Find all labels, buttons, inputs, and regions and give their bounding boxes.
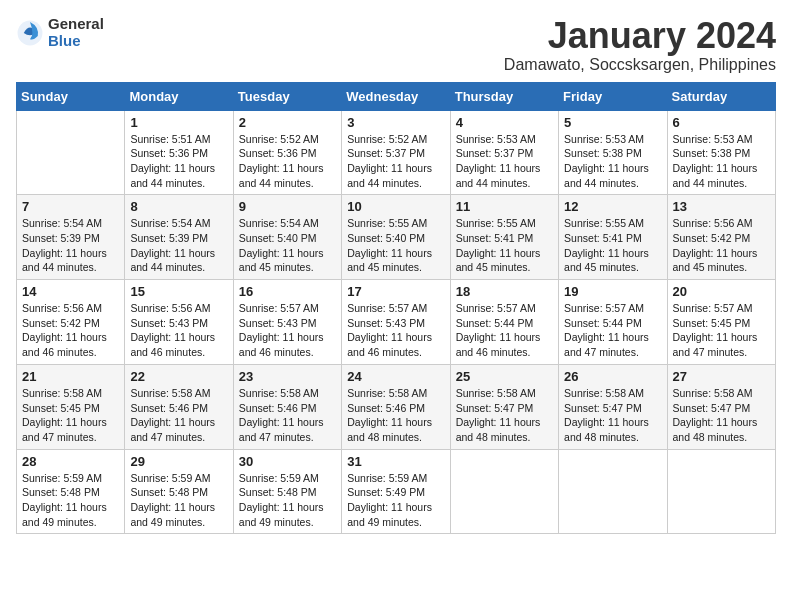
cell-content: Sunrise: 5:58 AM Sunset: 5:46 PM Dayligh…: [347, 386, 444, 445]
calendar-week-row: 1Sunrise: 5:51 AM Sunset: 5:36 PM Daylig…: [17, 110, 776, 195]
calendar-cell: 12Sunrise: 5:55 AM Sunset: 5:41 PM Dayli…: [559, 195, 667, 280]
logo-icon: [16, 19, 44, 47]
calendar-week-row: 21Sunrise: 5:58 AM Sunset: 5:45 PM Dayli…: [17, 364, 776, 449]
day-number: 13: [673, 199, 770, 214]
calendar-cell: 13Sunrise: 5:56 AM Sunset: 5:42 PM Dayli…: [667, 195, 775, 280]
cell-content: Sunrise: 5:58 AM Sunset: 5:47 PM Dayligh…: [456, 386, 553, 445]
cell-content: Sunrise: 5:54 AM Sunset: 5:39 PM Dayligh…: [22, 216, 119, 275]
day-number: 9: [239, 199, 336, 214]
cell-content: Sunrise: 5:56 AM Sunset: 5:43 PM Dayligh…: [130, 301, 227, 360]
month-title: January 2024: [504, 16, 776, 56]
page-header: General Blue January 2024 Damawato, Socc…: [16, 16, 776, 74]
calendar-cell: 11Sunrise: 5:55 AM Sunset: 5:41 PM Dayli…: [450, 195, 558, 280]
day-number: 2: [239, 115, 336, 130]
title-block: January 2024 Damawato, Soccsksargen, Phi…: [504, 16, 776, 74]
calendar-cell: 10Sunrise: 5:55 AM Sunset: 5:40 PM Dayli…: [342, 195, 450, 280]
calendar-cell: 19Sunrise: 5:57 AM Sunset: 5:44 PM Dayli…: [559, 280, 667, 365]
day-number: 15: [130, 284, 227, 299]
calendar-cell: 20Sunrise: 5:57 AM Sunset: 5:45 PM Dayli…: [667, 280, 775, 365]
day-header-monday: Monday: [125, 82, 233, 110]
day-number: 12: [564, 199, 661, 214]
day-number: 21: [22, 369, 119, 384]
day-number: 1: [130, 115, 227, 130]
logo-blue: Blue: [48, 33, 104, 50]
day-number: 24: [347, 369, 444, 384]
calendar-cell: 26Sunrise: 5:58 AM Sunset: 5:47 PM Dayli…: [559, 364, 667, 449]
calendar-cell: 29Sunrise: 5:59 AM Sunset: 5:48 PM Dayli…: [125, 449, 233, 534]
day-number: 4: [456, 115, 553, 130]
calendar-header-row: SundayMondayTuesdayWednesdayThursdayFrid…: [17, 82, 776, 110]
day-number: 10: [347, 199, 444, 214]
cell-content: Sunrise: 5:58 AM Sunset: 5:47 PM Dayligh…: [673, 386, 770, 445]
cell-content: Sunrise: 5:59 AM Sunset: 5:49 PM Dayligh…: [347, 471, 444, 530]
calendar-week-row: 7Sunrise: 5:54 AM Sunset: 5:39 PM Daylig…: [17, 195, 776, 280]
cell-content: Sunrise: 5:58 AM Sunset: 5:45 PM Dayligh…: [22, 386, 119, 445]
calendar-cell: [450, 449, 558, 534]
logo: General Blue: [16, 16, 104, 49]
day-number: 3: [347, 115, 444, 130]
calendar-cell: 15Sunrise: 5:56 AM Sunset: 5:43 PM Dayli…: [125, 280, 233, 365]
calendar-cell: 2Sunrise: 5:52 AM Sunset: 5:36 PM Daylig…: [233, 110, 341, 195]
calendar-cell: [17, 110, 125, 195]
day-number: 31: [347, 454, 444, 469]
day-number: 28: [22, 454, 119, 469]
day-number: 30: [239, 454, 336, 469]
calendar-table: SundayMondayTuesdayWednesdayThursdayFrid…: [16, 82, 776, 535]
cell-content: Sunrise: 5:57 AM Sunset: 5:43 PM Dayligh…: [347, 301, 444, 360]
calendar-cell: 28Sunrise: 5:59 AM Sunset: 5:48 PM Dayli…: [17, 449, 125, 534]
calendar-cell: 8Sunrise: 5:54 AM Sunset: 5:39 PM Daylig…: [125, 195, 233, 280]
calendar-cell: 24Sunrise: 5:58 AM Sunset: 5:46 PM Dayli…: [342, 364, 450, 449]
cell-content: Sunrise: 5:58 AM Sunset: 5:47 PM Dayligh…: [564, 386, 661, 445]
calendar-cell: 1Sunrise: 5:51 AM Sunset: 5:36 PM Daylig…: [125, 110, 233, 195]
day-header-thursday: Thursday: [450, 82, 558, 110]
calendar-cell: 16Sunrise: 5:57 AM Sunset: 5:43 PM Dayli…: [233, 280, 341, 365]
cell-content: Sunrise: 5:55 AM Sunset: 5:40 PM Dayligh…: [347, 216, 444, 275]
day-number: 17: [347, 284, 444, 299]
day-number: 27: [673, 369, 770, 384]
calendar-cell: [667, 449, 775, 534]
day-number: 6: [673, 115, 770, 130]
cell-content: Sunrise: 5:53 AM Sunset: 5:37 PM Dayligh…: [456, 132, 553, 191]
day-number: 25: [456, 369, 553, 384]
location-subtitle: Damawato, Soccsksargen, Philippines: [504, 56, 776, 74]
cell-content: Sunrise: 5:54 AM Sunset: 5:39 PM Dayligh…: [130, 216, 227, 275]
cell-content: Sunrise: 5:55 AM Sunset: 5:41 PM Dayligh…: [456, 216, 553, 275]
calendar-cell: 18Sunrise: 5:57 AM Sunset: 5:44 PM Dayli…: [450, 280, 558, 365]
cell-content: Sunrise: 5:57 AM Sunset: 5:45 PM Dayligh…: [673, 301, 770, 360]
cell-content: Sunrise: 5:56 AM Sunset: 5:42 PM Dayligh…: [22, 301, 119, 360]
cell-content: Sunrise: 5:52 AM Sunset: 5:36 PM Dayligh…: [239, 132, 336, 191]
calendar-cell: 4Sunrise: 5:53 AM Sunset: 5:37 PM Daylig…: [450, 110, 558, 195]
day-header-tuesday: Tuesday: [233, 82, 341, 110]
cell-content: Sunrise: 5:53 AM Sunset: 5:38 PM Dayligh…: [673, 132, 770, 191]
day-number: 11: [456, 199, 553, 214]
calendar-week-row: 28Sunrise: 5:59 AM Sunset: 5:48 PM Dayli…: [17, 449, 776, 534]
calendar-cell: 9Sunrise: 5:54 AM Sunset: 5:40 PM Daylig…: [233, 195, 341, 280]
cell-content: Sunrise: 5:59 AM Sunset: 5:48 PM Dayligh…: [130, 471, 227, 530]
calendar-cell: 23Sunrise: 5:58 AM Sunset: 5:46 PM Dayli…: [233, 364, 341, 449]
calendar-cell: 7Sunrise: 5:54 AM Sunset: 5:39 PM Daylig…: [17, 195, 125, 280]
day-header-friday: Friday: [559, 82, 667, 110]
calendar-week-row: 14Sunrise: 5:56 AM Sunset: 5:42 PM Dayli…: [17, 280, 776, 365]
day-number: 23: [239, 369, 336, 384]
calendar-cell: 21Sunrise: 5:58 AM Sunset: 5:45 PM Dayli…: [17, 364, 125, 449]
day-header-saturday: Saturday: [667, 82, 775, 110]
calendar-cell: 22Sunrise: 5:58 AM Sunset: 5:46 PM Dayli…: [125, 364, 233, 449]
cell-content: Sunrise: 5:58 AM Sunset: 5:46 PM Dayligh…: [130, 386, 227, 445]
day-number: 5: [564, 115, 661, 130]
cell-content: Sunrise: 5:59 AM Sunset: 5:48 PM Dayligh…: [22, 471, 119, 530]
day-number: 18: [456, 284, 553, 299]
calendar-cell: 3Sunrise: 5:52 AM Sunset: 5:37 PM Daylig…: [342, 110, 450, 195]
calendar-cell: 25Sunrise: 5:58 AM Sunset: 5:47 PM Dayli…: [450, 364, 558, 449]
calendar-cell: 17Sunrise: 5:57 AM Sunset: 5:43 PM Dayli…: [342, 280, 450, 365]
day-header-wednesday: Wednesday: [342, 82, 450, 110]
cell-content: Sunrise: 5:57 AM Sunset: 5:43 PM Dayligh…: [239, 301, 336, 360]
cell-content: Sunrise: 5:51 AM Sunset: 5:36 PM Dayligh…: [130, 132, 227, 191]
day-header-sunday: Sunday: [17, 82, 125, 110]
calendar-cell: 30Sunrise: 5:59 AM Sunset: 5:48 PM Dayli…: [233, 449, 341, 534]
day-number: 22: [130, 369, 227, 384]
cell-content: Sunrise: 5:52 AM Sunset: 5:37 PM Dayligh…: [347, 132, 444, 191]
day-number: 7: [22, 199, 119, 214]
cell-content: Sunrise: 5:59 AM Sunset: 5:48 PM Dayligh…: [239, 471, 336, 530]
cell-content: Sunrise: 5:57 AM Sunset: 5:44 PM Dayligh…: [564, 301, 661, 360]
calendar-cell: 6Sunrise: 5:53 AM Sunset: 5:38 PM Daylig…: [667, 110, 775, 195]
